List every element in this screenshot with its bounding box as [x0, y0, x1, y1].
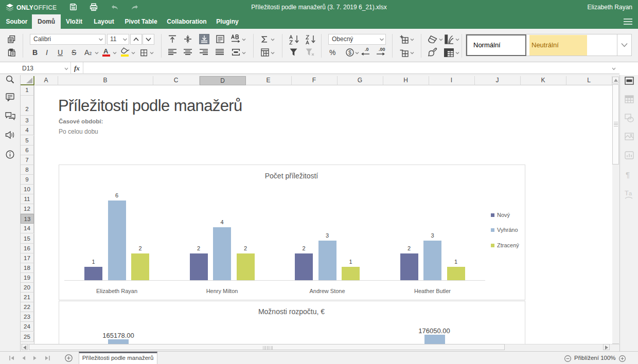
- svg-text:$: $: [348, 50, 351, 56]
